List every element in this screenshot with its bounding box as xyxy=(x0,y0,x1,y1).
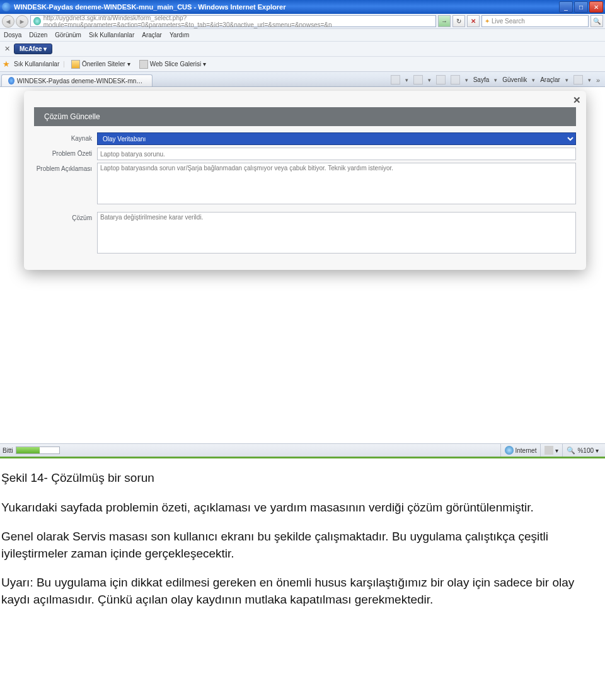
internet-zone[interactable]: Internet xyxy=(500,444,541,457)
favorites-bar: ★ Sık Kullanılanlar | Önerilen Siteler ▾… xyxy=(0,57,605,72)
problem-aciklamasi-textarea[interactable]: Laptop bataryasında sorun var/Şarja bağl… xyxy=(97,163,576,204)
search-provider-icon: ✦ xyxy=(485,18,490,25)
chevron-down-icon: ▾ xyxy=(203,61,206,67)
status-bar: Bitti Internet ▾ 🔍 %100 ▾ xyxy=(0,443,605,457)
modal-title: Çözüm Güncelle xyxy=(44,112,100,121)
search-button[interactable]: 🔍 xyxy=(591,15,603,27)
page-content: ✕ Çözüm Güncelle Kaynak Olay Veritabanı … xyxy=(0,87,605,443)
shield-icon xyxy=(544,446,553,455)
minimize-button[interactable]: _ xyxy=(559,1,573,13)
modal-close-button[interactable]: ✕ xyxy=(573,95,581,106)
mcafee-label: McAfee xyxy=(20,45,42,52)
label-kaynak: Kaynak xyxy=(34,132,97,145)
tools-menu[interactable]: Araçlar xyxy=(540,76,560,83)
command-bar: ▾ ▾ ▾ Sayfa▾ Güvenlik▾ Araçlar▾ ▾ » xyxy=(391,75,604,86)
document-body: Şekil 14- Çözülmüş bir sorun Yukarıdaki … xyxy=(0,458,605,609)
figure-caption: Şekil 14- Çözülmüş bir sorun xyxy=(1,470,604,487)
zone-label: Internet xyxy=(516,447,537,454)
mail-icon[interactable] xyxy=(436,75,446,85)
address-toolbar: ◄ ► http://uygdnet3.sgk.intra/Windesk/fo… xyxy=(0,14,605,29)
print-icon[interactable] xyxy=(451,75,460,85)
feeds-icon[interactable] xyxy=(413,75,423,85)
modal-header: Çözüm Güncelle xyxy=(34,107,576,126)
menu-help[interactable]: Yardım xyxy=(170,32,190,38)
browser-tab[interactable]: WINDESK-Paydas deneme-WINDESK-mnu_main_C… xyxy=(1,74,153,86)
problem-ozeti-input[interactable] xyxy=(97,148,576,160)
search-box[interactable]: ✦ Live Search xyxy=(481,15,589,27)
zoom-label: %100 xyxy=(577,447,594,454)
favorites-label[interactable]: Sık Kullanılanlar xyxy=(14,61,59,67)
zoom-control[interactable]: 🔍 %100 ▾ xyxy=(562,444,602,457)
search-placeholder: Live Search xyxy=(492,18,525,25)
suggested-sites-label: Önerilen Siteler xyxy=(82,61,125,67)
tab-title: WINDESK-Paydas deneme-WINDESK-mnu_main_C… xyxy=(17,78,146,85)
paragraph-1: Yukarıdaki sayfada problemin özeti, açık… xyxy=(1,499,604,516)
close-toolbar-button[interactable]: ✕ xyxy=(3,45,11,53)
modal-dialog: ✕ Çözüm Güncelle Kaynak Olay Veritabanı … xyxy=(24,91,586,270)
refresh-button[interactable]: ↻ xyxy=(452,15,465,27)
go-button[interactable]: → xyxy=(438,15,451,27)
webslice-label: Web Slice Galerisi xyxy=(150,61,202,67)
mcafee-toolbar: ✕ McAfee ▾ xyxy=(0,42,605,57)
url-text: http://uygdnet3.sgk.intra/Windesk/form_s… xyxy=(43,15,433,28)
favorites-star-icon[interactable]: ★ xyxy=(3,59,10,69)
menu-edit[interactable]: Düzen xyxy=(29,32,47,38)
progress-bar xyxy=(16,446,60,454)
globe-icon xyxy=(505,446,514,455)
protected-mode[interactable]: ▾ xyxy=(540,444,562,457)
tab-bar: WINDESK-Paydas deneme-WINDESK-mnu_main_C… xyxy=(0,72,605,87)
maximize-button[interactable]: □ xyxy=(574,1,588,13)
stop-button[interactable]: ✕ xyxy=(467,15,480,27)
safety-menu[interactable]: Güvenlik xyxy=(502,76,527,83)
paragraph-3: Uyarı: Bu uygulama için dikkat edilmesi … xyxy=(1,575,604,608)
star-icon xyxy=(71,60,80,69)
webslice-icon xyxy=(139,60,148,69)
kaynak-select[interactable]: Olay Veritabanı xyxy=(97,132,576,145)
address-bar[interactable]: http://uygdnet3.sgk.intra/Windesk/form_s… xyxy=(30,15,436,27)
globe-icon xyxy=(33,17,41,25)
chevron-down-icon: ▾ xyxy=(127,61,130,67)
close-button[interactable]: ✕ xyxy=(589,1,603,13)
form-area: Kaynak Olay Veritabanı Problem Özeti Pro… xyxy=(24,126,586,255)
menu-favorites[interactable]: Sık Kullanılanlar xyxy=(89,32,134,38)
label-problem-aciklamasi: Problem Açıklaması xyxy=(34,163,97,206)
menu-bar: Dosya Düzen Görünüm Sık Kullanılanlar Ar… xyxy=(0,29,605,42)
menu-file[interactable]: Dosya xyxy=(4,32,21,38)
label-problem-ozeti: Problem Özeti xyxy=(34,148,97,160)
window-title: WINDESK-Paydas deneme-WINDESK-mnu_main_C… xyxy=(14,3,559,11)
back-button[interactable]: ◄ xyxy=(2,15,14,28)
label-cozum: Çözüm xyxy=(34,212,97,255)
help-icon[interactable] xyxy=(573,75,583,85)
page-menu[interactable]: Sayfa xyxy=(473,76,490,83)
overflow-icon[interactable]: » xyxy=(596,76,600,84)
magnifier-icon: 🔍 xyxy=(567,446,575,455)
suggested-sites-item[interactable]: Önerilen Siteler ▾ xyxy=(69,60,133,69)
menu-view[interactable]: Görünüm xyxy=(55,32,81,38)
mcafee-badge[interactable]: McAfee ▾ xyxy=(14,44,52,54)
paragraph-2: Genel olarak Servis masası son kullanıcı… xyxy=(1,528,604,562)
forward-button[interactable]: ► xyxy=(16,15,28,28)
webslice-item[interactable]: Web Slice Galerisi ▾ xyxy=(137,60,209,69)
menu-tools[interactable]: Araçlar xyxy=(142,32,162,38)
ie-icon xyxy=(8,77,14,85)
cozum-textarea[interactable]: Batarya değiştirilmesine karar verildi. xyxy=(97,212,576,254)
status-text: Bitti xyxy=(3,447,13,454)
home-icon[interactable] xyxy=(391,75,400,85)
window-titlebar: WINDESK-Paydas deneme-WINDESK-mnu_main_C… xyxy=(0,0,605,14)
ie-icon xyxy=(2,3,11,11)
